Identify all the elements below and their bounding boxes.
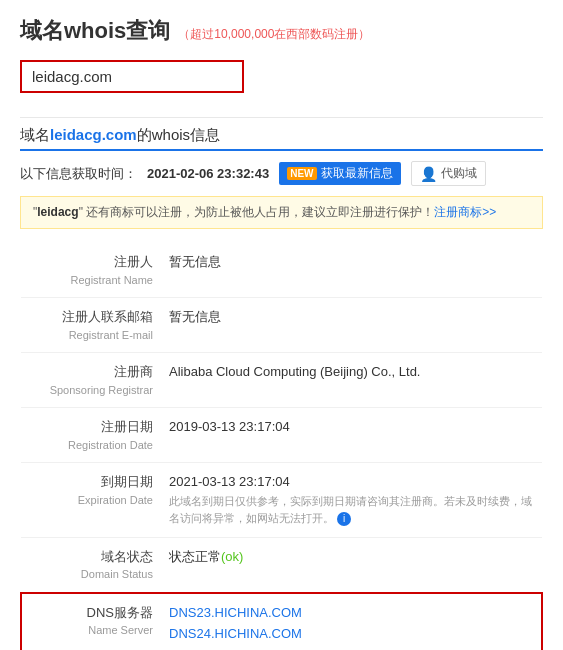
info-time-row: 以下信息获取时间： 2021-02-06 23:32:43 NEW 获取最新信息… [20,161,543,186]
label-cn: 注册日期 [29,417,153,437]
trademark-domain: leidacg [37,205,78,219]
subtitle-link[interactable]: （超过10,000,000在西部数码注册） [178,26,370,43]
table-row: 注册人 Registrant Name 暂无信息 [21,243,542,298]
trademark-text: 还有商标可以注册，为防止被他人占用，建议立即注册进行保护！ [83,205,434,219]
search-box-wrapper [20,60,244,93]
dns1-link[interactable]: DNS23.HICHINA.COM [169,603,533,624]
table-row: 注册商 Sponsoring Registrar Alibaba Cloud C… [21,353,542,408]
agent-label: 代购域 [441,165,477,182]
page-wrapper: 域名whois查询 （超过10,000,000在西部数码注册） 域名leidac… [0,0,563,650]
page-title: 域名whois查询 [20,16,170,46]
label-cell: 注册商 Sponsoring Registrar [21,353,161,408]
refresh-label: 获取最新信息 [321,165,393,182]
expiry-note: 此域名到期日仅供参考，实际到期日期请咨询其注册商。若未及时续费，域名访问将异常，… [169,493,534,528]
label-cn: 注册人 [29,252,153,272]
table-row: 注册人联系邮箱 Registrant E-mail 暂无信息 [21,298,542,353]
label-cn: 注册人联系邮箱 [29,307,153,327]
value-cell: 2021-03-13 23:17:04 此域名到期日仅供参考，实际到期日期请咨询… [161,463,542,538]
expiry-date: 2021-03-13 23:17:04 [169,474,290,489]
search-input[interactable] [32,68,232,85]
label-cell: 到期日期 Expiration Date [21,463,161,538]
table-row: 域名状态 Domain Status 状态正常(ok) [21,537,542,593]
value-cell: Alibaba Cloud Computing (Beijing) Co., L… [161,353,542,408]
status-text: 状态正常 [169,549,221,564]
label-cell: 注册人 Registrant Name [21,243,161,298]
label-cn: 到期日期 [29,472,153,492]
dns-row: DNS服务器 Name Server DNS23.HICHINA.COM DNS… [21,593,542,650]
section-title-suffix: 的whois信息 [137,126,220,143]
refresh-button[interactable]: NEW 获取最新信息 [279,162,400,185]
agent-button[interactable]: 👤 代购域 [411,161,486,186]
dns2-link[interactable]: DNS24.HICHINA.COM [169,624,533,645]
dns-label-cell: DNS服务器 Name Server [21,593,161,650]
table-row: 注册日期 Registration Date 2019-03-13 23:17:… [21,408,542,463]
info-time-value: 2021-02-06 23:32:43 [147,166,269,181]
divider-top [20,117,543,118]
dns-label-cn: DNS服务器 [30,603,153,623]
value-cell: 2019-03-13 23:17:04 [161,408,542,463]
label-cell: 域名状态 Domain Status [21,537,161,593]
label-cn: 域名状态 [29,547,153,567]
label-en: Registrant E-mail [29,327,153,344]
dns-value-cell: DNS23.HICHINA.COM DNS24.HICHINA.COM [161,593,542,650]
value-cell: 暂无信息 [161,243,542,298]
status-ok: (ok) [221,549,243,564]
section-title-prefix: 域名 [20,126,50,143]
title-row: 域名whois查询 （超过10,000,000在西部数码注册） [20,16,543,46]
label-cell: 注册人联系邮箱 Registrant E-mail [21,298,161,353]
trademark-notice: "leidacg" 还有商标可以注册，为防止被他人占用，建议立即注册进行保护！注… [20,196,543,229]
label-en: Sponsoring Registrar [29,382,153,399]
label-en: Expiration Date [29,492,153,509]
agent-icon: 👤 [420,166,437,182]
value-cell: 状态正常(ok) [161,537,542,593]
whois-table: 注册人 Registrant Name 暂无信息 注册人联系邮箱 Registr… [20,243,543,650]
label-cell: 注册日期 Registration Date [21,408,161,463]
info-icon[interactable]: i [337,512,351,526]
section-domain: leidacg.com [50,126,137,143]
info-time-label: 以下信息获取时间： [20,165,137,183]
section-title: 域名leidacg.com的whois信息 [20,126,543,151]
dns-label-en: Name Server [30,622,153,639]
label-en: Domain Status [29,566,153,583]
table-row: 到期日期 Expiration Date 2021-03-13 23:17:04… [21,463,542,538]
label-cn: 注册商 [29,362,153,382]
label-en: Registration Date [29,437,153,454]
label-en: Registrant Name [29,272,153,289]
new-badge: NEW [287,167,316,180]
trademark-link[interactable]: 注册商标>> [434,205,496,219]
value-cell: 暂无信息 [161,298,542,353]
